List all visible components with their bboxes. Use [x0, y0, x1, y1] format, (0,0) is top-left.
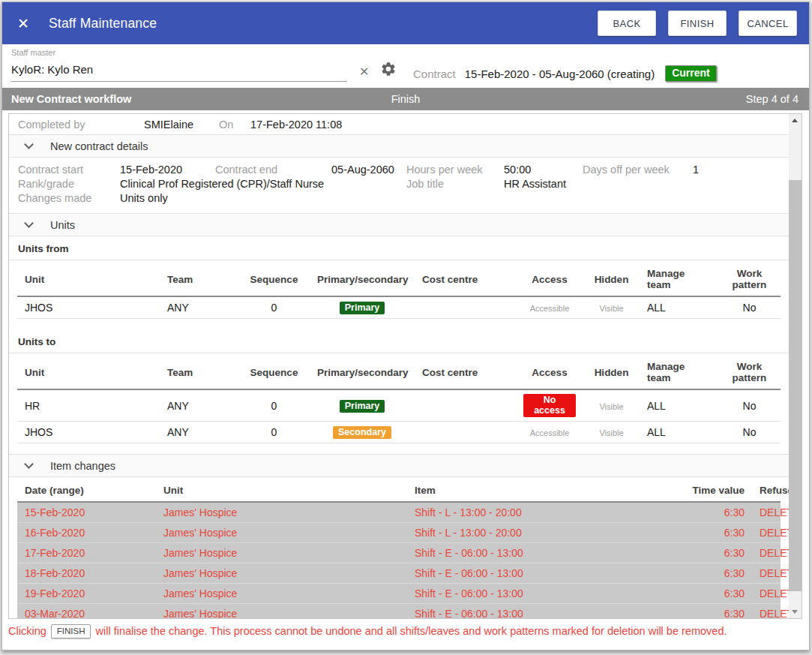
units-from-title: Units from — [9, 236, 789, 260]
hidden-value: Visible — [599, 304, 623, 313]
hidden-cell: Visible — [583, 389, 640, 422]
team-cell: ANY — [160, 296, 238, 319]
manage-team-cell: ALL — [640, 389, 718, 422]
contract-end-value: 05-Aug-2060 — [331, 163, 406, 177]
gear-icon[interactable] — [380, 61, 397, 80]
staff-maintenance-window: ✕ Staff Maintenance BACK FINISH CANCEL S… — [1, 2, 810, 650]
col-primary-secondary: Primary/secondary — [310, 356, 415, 389]
table-row: 17-Feb-2020 James' Hospice Shift - E - 0… — [17, 543, 781, 563]
hidden-cell: Visible — [583, 296, 640, 319]
contract-start-value: 15-Feb-2020 — [120, 163, 215, 177]
time-value-cell: 6:30 — [673, 584, 752, 604]
finish-mini-button[interactable]: FINISH — [51, 624, 91, 638]
refuse-delete-cell: DELETED — [752, 604, 781, 619]
col-date-range: Date (range) — [17, 480, 156, 502]
clear-icon[interactable]: ✕ — [359, 65, 369, 79]
item-cell: Shift - L - 13:00 - 20:00 — [407, 502, 673, 523]
scrollbar-thumb[interactable] — [789, 180, 802, 591]
job-title-value: HR Assistant — [504, 177, 566, 191]
finish-button[interactable]: FINISH — [668, 11, 727, 36]
sequence-cell: 0 — [238, 296, 310, 319]
col-sequence: Sequence — [238, 263, 310, 296]
sequence-cell: 0 — [238, 389, 310, 422]
table-header-row: Date (range) Unit Item Time value Refuse… — [17, 480, 781, 502]
time-value-cell: 6:30 — [673, 502, 752, 523]
scroll-up-icon[interactable] — [792, 119, 798, 122]
access-value: No access — [523, 394, 576, 417]
unit-cell: James' Hospice — [156, 523, 407, 543]
unit-cell: James' Hospice — [156, 502, 407, 523]
workflow-step-name: Finish — [2, 93, 809, 105]
col-work-pattern: Work pattern — [718, 356, 781, 389]
changes-made-label: Changes made — [18, 191, 120, 206]
contract-summary: Contract 15-Feb-2020 - 05-Aug-2060 (crea… — [413, 65, 717, 82]
contract-details-grid: Contract start 15-Feb-2020 Contract end … — [9, 158, 789, 213]
warning-suffix: will finalise the change. This process c… — [95, 625, 727, 637]
section-title: New contract details — [50, 140, 148, 152]
access-cell: Accessible — [516, 296, 583, 319]
work-pattern-cell: No — [718, 296, 781, 319]
col-work-pattern: Work pattern — [718, 263, 781, 296]
warning-prefix: Clicking — [8, 625, 46, 637]
workflow-bar: New Contract workflow Finish Step 4 of 4 — [2, 88, 809, 110]
refuse-delete-cell: DELETED — [752, 563, 781, 584]
section-new-contract-details[interactable]: New contract details — [9, 134, 789, 158]
primary-secondary-cell: Primary — [310, 389, 415, 422]
col-unit: Unit — [156, 480, 407, 502]
section-title: Item changes — [50, 460, 115, 472]
completed-by-row: Completed by SMIElaine On 17-Feb-2020 11… — [9, 114, 789, 134]
completed-by-user: SMIElaine — [144, 119, 219, 131]
time-value-cell: 6:30 — [673, 563, 752, 584]
col-cost-centre: Cost centre — [415, 356, 516, 389]
col-team: Team — [160, 356, 238, 389]
contract-value: 15-Feb-2020 - 05-Aug-2060 (creating) — [465, 68, 655, 80]
unit-cell: JHOS — [17, 296, 160, 319]
item-cell: Shift - E - 06:00 - 13:00 — [407, 604, 673, 619]
refuse-delete-cell: DELETED — [752, 543, 781, 563]
cancel-button[interactable]: CANCEL — [739, 11, 797, 36]
scroll-down-icon[interactable] — [792, 610, 798, 614]
vertical-scrollbar[interactable] — [789, 114, 802, 618]
table-row: 16-Feb-2020 James' Hospice Shift - L - 1… — [17, 523, 781, 543]
chevron-down-icon — [24, 218, 34, 228]
unit-cell: James' Hospice — [156, 584, 407, 604]
time-value-cell: 6:30 — [673, 523, 752, 543]
section-units[interactable]: Units — [9, 213, 789, 236]
back-button[interactable]: BACK — [598, 11, 656, 36]
primary-secondary-cell: Secondary — [310, 422, 415, 443]
close-icon[interactable]: ✕ — [14, 15, 32, 32]
days-off-value: 1 — [693, 163, 699, 177]
col-manage-team: Manage team — [640, 263, 718, 296]
hidden-cell: Visible — [583, 422, 640, 443]
refuse-delete-cell: DELETED — [752, 584, 781, 604]
team-cell: ANY — [160, 389, 238, 422]
item-changes-table: Date (range) Unit Item Time value Refuse… — [17, 480, 781, 618]
contract-start-label: Contract start — [18, 163, 120, 177]
date-cell: 17-Feb-2020 — [17, 543, 156, 563]
hours-per-week-value: 50:00 — [504, 163, 583, 177]
units-to-table: Unit Team Sequence Primary/secondary Cos… — [17, 356, 781, 443]
access-cell: Accessible — [516, 422, 583, 443]
work-pattern-cell: No — [718, 422, 781, 443]
table-row: JHOS ANY 0 Primary Accessible Visible AL… — [17, 296, 781, 319]
date-cell: 16-Feb-2020 — [17, 523, 156, 543]
item-cell: Shift - E - 06:00 - 13:00 — [407, 584, 673, 604]
hidden-value: Visible — [599, 402, 623, 411]
job-title-label: Job title — [406, 177, 504, 191]
col-team: Team — [160, 263, 238, 296]
table-header-row: Unit Team Sequence Primary/secondary Cos… — [17, 356, 781, 389]
staff-master-label: Staff master — [11, 48, 55, 57]
staff-master-input[interactable] — [11, 61, 347, 82]
sequence-cell: 0 — [238, 422, 310, 443]
table-row: 19-Feb-2020 James' Hospice Shift - E - 0… — [17, 584, 781, 604]
table-row: JHOS ANY 0 Secondary Accessible Visible … — [17, 422, 781, 443]
finish-warning: ClickingFINISHwill finalise the change. … — [8, 625, 803, 639]
primary-secondary-badge: Secondary — [333, 426, 391, 439]
col-cost-centre: Cost centre — [415, 263, 516, 296]
completed-by-label: Completed by — [18, 119, 144, 131]
changes-made-value: Units only — [120, 191, 168, 206]
col-time-value: Time value — [673, 480, 752, 502]
access-value: Accessible — [530, 428, 570, 437]
table-row: 03-Mar-2020 James' Hospice Shift - E - 0… — [17, 604, 781, 619]
section-item-changes[interactable]: Item changes — [9, 454, 789, 477]
